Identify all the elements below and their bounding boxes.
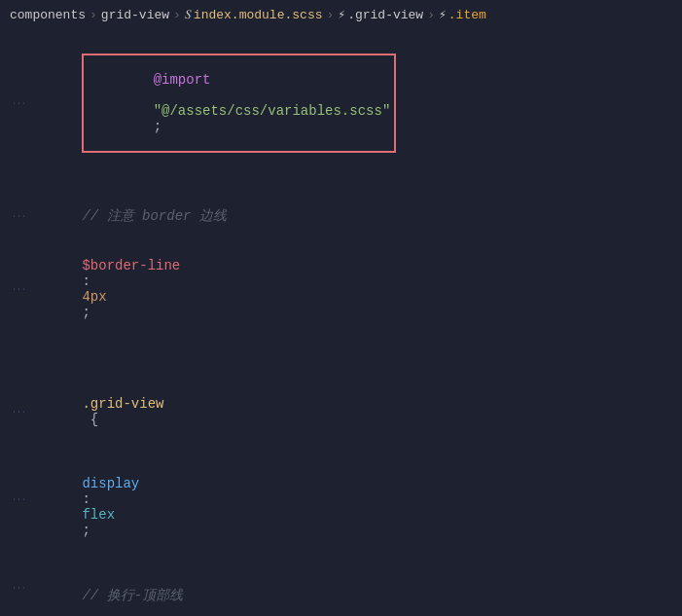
at-keyword: @import: [154, 72, 211, 88]
line-dots-7: ···: [0, 407, 29, 417]
code-line-4: ··· $border-line : 4px ;: [0, 241, 682, 337]
prop-display: display: [82, 476, 139, 491]
breadcrumb-sep-3: ›: [326, 8, 334, 22]
comment-border: // 注意 border 边线: [82, 208, 226, 224]
border-line-val: 4px: [82, 289, 106, 305]
line-dots-4: ···: [0, 284, 29, 295]
breadcrumb-icon-gridview: ⚡: [338, 7, 345, 22]
code-line-1: ··· @import "@/assets/css/variables.scss…: [0, 37, 682, 169]
line-content-e1: [29, 172, 682, 188]
code-line-empty-3: [0, 358, 682, 380]
import-string: "@/assets/css/variables.scss": [154, 103, 391, 119]
line-content-9: // 换行-顶部线: [29, 556, 682, 616]
breadcrumb-components[interactable]: components: [10, 8, 86, 22]
val-flex: flex: [82, 507, 115, 523]
code-line-3: ··· // 注意 border 边线: [0, 191, 682, 241]
line-content-e2: [29, 340, 682, 355]
grid-view-selector: .grid-view: [82, 396, 163, 412]
breadcrumb-sep-2: ›: [173, 8, 181, 22]
colon-2: :: [82, 491, 98, 507]
line-content-8: display : flex ;: [29, 445, 682, 554]
import-highlight: @import "@/assets/css/variables.scss" ;: [82, 54, 396, 153]
breadcrumb-file[interactable]: index.module.scss: [194, 8, 323, 22]
code-line-empty-2: [0, 337, 682, 358]
line-content-7: .grid-view {: [29, 380, 682, 443]
code-line-9: ··· // 换行-顶部线: [0, 555, 682, 616]
brace-open-1: {: [82, 412, 98, 427]
line-content-3: // 注意 border 边线: [29, 192, 682, 240]
breadcrumb-item-sel[interactable]: .item: [449, 8, 486, 22]
line-content-1: @import "@/assets/css/variables.scss" ;: [29, 38, 682, 168]
import-semi: ;: [154, 119, 162, 134]
import-space: [154, 88, 162, 103]
breadcrumb-scss-icon: 𝑆: [185, 8, 192, 22]
comment-wrap: // 换行-顶部线: [82, 588, 183, 603]
line-dots-1: ···: [0, 98, 29, 109]
code-line-7: ··· .grid-view {: [0, 380, 682, 444]
breadcrumb-grid-view[interactable]: grid-view: [101, 8, 169, 22]
line-dots-8: ···: [0, 494, 29, 505]
code-line-8: ··· display : flex ;: [0, 444, 682, 555]
line-content-e3: [29, 361, 682, 377]
semi-1: ;: [82, 305, 90, 320]
breadcrumb-grid-view-sel[interactable]: .grid-view: [347, 8, 423, 22]
colon-1: :: [82, 273, 98, 289]
breadcrumb: components › grid-view › 𝑆 index.module.…: [0, 0, 682, 29]
breadcrumb-icon-item: ⚡: [439, 7, 447, 22]
code-line-empty-1: [0, 169, 682, 191]
breadcrumb-sep-1: ›: [90, 8, 97, 22]
code-editor: ··· @import "@/assets/css/variables.scss…: [0, 29, 682, 616]
breadcrumb-sep-4: ›: [427, 8, 435, 22]
line-dots-9: ···: [0, 583, 29, 594]
semi-2: ;: [82, 523, 90, 538]
border-line-var: $border-line: [82, 258, 180, 273]
line-dots-3: ···: [0, 211, 29, 222]
line-content-4: $border-line : 4px ;: [29, 242, 682, 336]
